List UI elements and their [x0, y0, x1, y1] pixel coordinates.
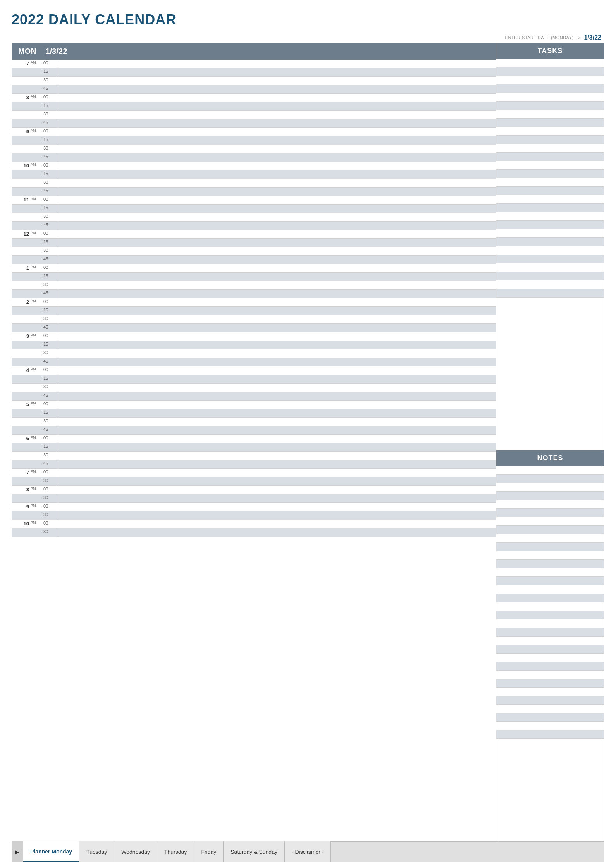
event-cell[interactable]: [58, 196, 496, 204]
note-row[interactable]: [496, 483, 604, 492]
event-cell[interactable]: [58, 222, 496, 230]
note-row[interactable]: [496, 688, 604, 696]
time-row[interactable]: :30: [12, 281, 496, 290]
task-row[interactable]: [496, 76, 604, 84]
time-row[interactable]: 11AM:00: [12, 196, 496, 205]
task-row[interactable]: [496, 127, 604, 136]
time-row[interactable]: :15: [12, 205, 496, 213]
time-row[interactable]: :30: [12, 213, 496, 222]
event-cell[interactable]: [58, 188, 496, 196]
time-row[interactable]: :30: [12, 418, 496, 426]
time-row[interactable]: 9PM:00: [12, 503, 496, 511]
note-row[interactable]: [496, 679, 604, 688]
task-row[interactable]: [496, 93, 604, 102]
time-row[interactable]: 3PM:00: [12, 332, 496, 341]
note-row[interactable]: [496, 619, 604, 628]
event-cell[interactable]: [58, 452, 496, 460]
time-row[interactable]: 2PM:00: [12, 298, 496, 307]
event-cell[interactable]: [58, 145, 496, 153]
note-row[interactable]: [496, 637, 604, 645]
event-cell[interactable]: [58, 213, 496, 221]
task-row[interactable]: [496, 102, 604, 110]
event-cell[interactable]: [58, 520, 496, 528]
task-row[interactable]: [496, 187, 604, 195]
note-row[interactable]: [496, 509, 604, 517]
time-row[interactable]: 6PM:00: [12, 435, 496, 443]
event-cell[interactable]: [58, 77, 496, 85]
time-row[interactable]: :15: [12, 341, 496, 349]
time-row[interactable]: :45: [12, 290, 496, 298]
task-row[interactable]: [496, 229, 604, 238]
note-row[interactable]: [496, 671, 604, 679]
time-row[interactable]: :30: [12, 452, 496, 460]
note-row[interactable]: [496, 611, 604, 619]
note-row[interactable]: [496, 560, 604, 568]
time-row[interactable]: :45: [12, 460, 496, 469]
event-cell[interactable]: [58, 230, 496, 238]
note-row[interactable]: [496, 551, 604, 560]
event-cell[interactable]: [58, 315, 496, 323]
time-row[interactable]: :45: [12, 188, 496, 196]
time-row[interactable]: 7PM:00: [12, 469, 496, 477]
time-row[interactable]: :30: [12, 179, 496, 188]
task-row[interactable]: [496, 263, 604, 272]
note-row[interactable]: [496, 492, 604, 500]
time-row[interactable]: :30: [12, 511, 496, 520]
task-row[interactable]: [496, 67, 604, 76]
time-row[interactable]: :15: [12, 273, 496, 281]
tab---disclaimer--[interactable]: - Disclaimer -: [285, 841, 331, 862]
event-cell[interactable]: [58, 511, 496, 520]
task-row[interactable]: [496, 221, 604, 229]
task-row[interactable]: [496, 84, 604, 93]
task-row[interactable]: [496, 153, 604, 161]
event-cell[interactable]: [58, 298, 496, 306]
task-row[interactable]: [496, 255, 604, 263]
task-row[interactable]: [496, 289, 604, 298]
note-row[interactable]: [496, 722, 604, 730]
event-cell[interactable]: [58, 469, 496, 477]
event-cell[interactable]: [58, 256, 496, 264]
tab-saturday--sunday[interactable]: Saturday & Sunday: [224, 841, 285, 862]
task-row[interactable]: [496, 110, 604, 119]
event-cell[interactable]: [58, 435, 496, 443]
event-cell[interactable]: [58, 205, 496, 213]
time-row[interactable]: :30: [12, 384, 496, 392]
event-cell[interactable]: [58, 366, 496, 375]
event-cell[interactable]: [58, 443, 496, 451]
event-cell[interactable]: [58, 60, 496, 68]
note-row[interactable]: [496, 517, 604, 526]
task-row[interactable]: [496, 212, 604, 221]
time-row[interactable]: :15: [12, 170, 496, 179]
event-cell[interactable]: [58, 85, 496, 93]
event-cell[interactable]: [58, 281, 496, 289]
time-row[interactable]: :30: [12, 247, 496, 256]
time-row[interactable]: :45: [12, 426, 496, 435]
event-cell[interactable]: [58, 418, 496, 426]
event-cell[interactable]: [58, 68, 496, 76]
event-cell[interactable]: [58, 477, 496, 485]
time-row[interactable]: 4PM:00: [12, 366, 496, 375]
event-cell[interactable]: [58, 179, 496, 187]
event-cell[interactable]: [58, 239, 496, 247]
task-row[interactable]: [496, 170, 604, 178]
event-cell[interactable]: [58, 341, 496, 349]
event-cell[interactable]: [58, 528, 496, 537]
note-row[interactable]: [496, 662, 604, 671]
event-cell[interactable]: [58, 460, 496, 468]
note-row[interactable]: [496, 500, 604, 509]
time-row[interactable]: :30: [12, 494, 496, 503]
task-row[interactable]: [496, 280, 604, 289]
note-row[interactable]: [496, 585, 604, 594]
time-row[interactable]: :30: [12, 111, 496, 119]
time-row[interactable]: :45: [12, 324, 496, 332]
note-row[interactable]: [496, 594, 604, 602]
time-row[interactable]: :45: [12, 222, 496, 230]
time-row[interactable]: :15: [12, 68, 496, 77]
time-row[interactable]: :15: [12, 239, 496, 247]
event-cell[interactable]: [58, 324, 496, 332]
time-row[interactable]: :15: [12, 443, 496, 452]
time-row[interactable]: 8PM:00: [12, 486, 496, 494]
time-row[interactable]: :45: [12, 392, 496, 401]
event-cell[interactable]: [58, 358, 496, 366]
event-cell[interactable]: [58, 384, 496, 392]
